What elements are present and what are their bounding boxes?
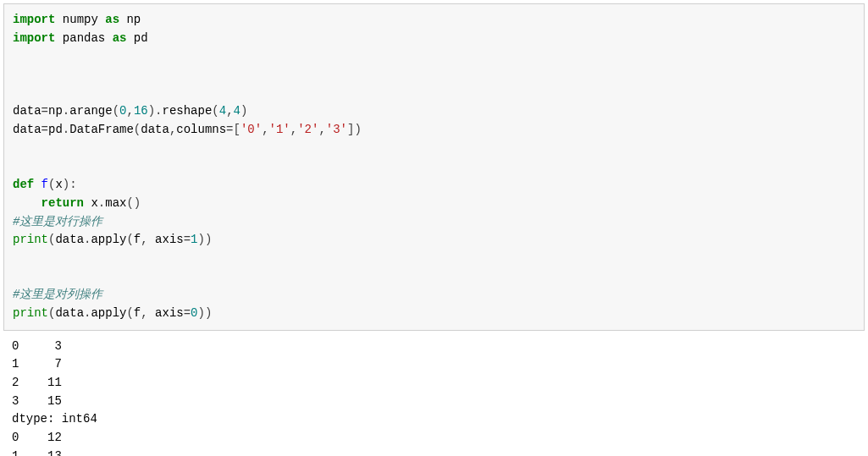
paren: () xyxy=(126,196,141,210)
paren: ) xyxy=(240,104,247,118)
alias-name: pd xyxy=(126,31,147,45)
number-literal: 0 xyxy=(191,306,197,320)
keyword-import: import xyxy=(13,31,55,45)
dot: . xyxy=(63,123,69,136)
identifier: pd xyxy=(48,123,63,136)
parameter: x xyxy=(55,178,62,191)
operator-eq: = xyxy=(184,306,191,320)
identifier: DataFrame xyxy=(69,123,134,136)
operator-eq: = xyxy=(184,233,191,246)
string-literal: '2' xyxy=(297,123,318,136)
output-line: 0 3 xyxy=(12,339,62,353)
string-literal: '3' xyxy=(326,123,347,136)
paren: )) xyxy=(198,306,213,320)
number-literal: 4 xyxy=(219,104,226,118)
comma: , xyxy=(262,123,268,136)
identifier: columns xyxy=(176,123,226,136)
string-literal: '1' xyxy=(269,123,290,136)
output-line: 3 15 xyxy=(12,394,62,408)
module-name: pandas xyxy=(55,31,112,45)
builtin-print: print xyxy=(13,306,48,320)
output-line: dtype: int64 xyxy=(12,412,97,426)
code-input-cell: import numpy as np import pandas as pd d… xyxy=(3,3,865,331)
identifier: data xyxy=(55,233,84,246)
identifier: axis xyxy=(155,233,184,246)
comment: #这里是对行操作 xyxy=(13,215,102,228)
operator-eq: = xyxy=(41,104,48,118)
identifier: f xyxy=(134,233,141,246)
identifier: max xyxy=(105,196,126,210)
identifier: np xyxy=(48,104,63,118)
output-line: 0 12 xyxy=(12,431,62,444)
paren: ( xyxy=(212,104,218,118)
comma: , xyxy=(226,104,233,118)
identifier: data xyxy=(13,123,41,136)
keyword-as: as xyxy=(105,13,119,26)
dot: . xyxy=(63,104,69,118)
paren: )) xyxy=(198,233,213,246)
code-output-cell: 0 3 1 7 2 11 3 15 dtype: int64 0 12 1 13… xyxy=(3,331,865,456)
comma: , xyxy=(141,306,155,320)
number-literal: 16 xyxy=(134,104,148,118)
operator-eq: = xyxy=(41,123,48,136)
module-name: numpy xyxy=(55,13,105,26)
indent xyxy=(13,196,41,210)
comma: , xyxy=(290,123,297,136)
keyword-return: return xyxy=(41,196,84,210)
paren: ( xyxy=(134,123,141,136)
comment: #这里是对列操作 xyxy=(13,288,102,301)
identifier: data xyxy=(141,123,169,136)
identifier: arange xyxy=(69,104,112,118)
number-literal: 4 xyxy=(234,104,240,118)
keyword-as: as xyxy=(113,31,127,45)
output-line: 2 11 xyxy=(12,376,62,389)
function-name: f xyxy=(34,178,48,191)
keyword-import: import xyxy=(13,13,55,26)
identifier: data xyxy=(55,306,84,320)
identifier: apply xyxy=(91,233,126,246)
paren: ( xyxy=(126,306,133,320)
identifier: axis xyxy=(155,306,184,320)
identifier: reshape xyxy=(163,104,213,118)
comma: , xyxy=(141,233,155,246)
alias-name: np xyxy=(119,13,141,26)
builtin-print: print xyxy=(13,233,48,246)
paren: ). xyxy=(148,104,163,118)
dot: . xyxy=(98,196,105,210)
paren: ( xyxy=(126,233,133,246)
output-line: 1 13 xyxy=(12,449,62,456)
bracket: ]) xyxy=(347,123,362,136)
keyword-def: def xyxy=(13,178,34,191)
identifier: x xyxy=(84,196,98,210)
comma: , xyxy=(318,123,325,136)
paren: ): xyxy=(63,178,77,191)
string-literal: '0' xyxy=(240,123,262,136)
comma: , xyxy=(126,104,133,118)
paren: ( xyxy=(113,104,119,118)
identifier: data xyxy=(13,104,41,118)
output-line: 1 7 xyxy=(12,357,62,371)
bracket: =[ xyxy=(226,123,240,136)
identifier: f xyxy=(134,306,141,320)
identifier: apply xyxy=(91,306,126,320)
number-literal: 1 xyxy=(191,233,197,246)
